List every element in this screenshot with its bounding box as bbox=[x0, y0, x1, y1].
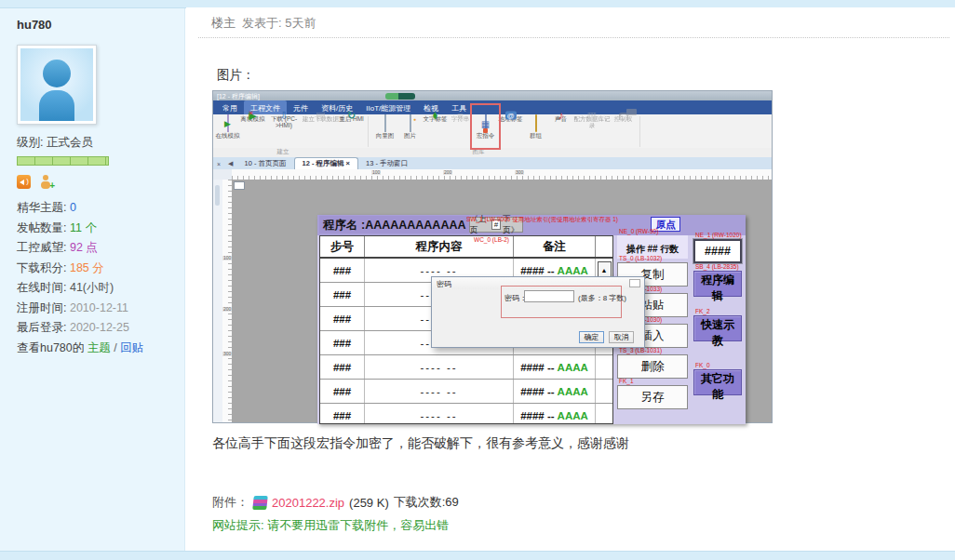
step-cell: ### bbox=[320, 283, 365, 306]
content-cell: ---- -- bbox=[365, 404, 514, 424]
step-cell: ### bbox=[320, 331, 365, 354]
hmi-action-button-face: 删除 bbox=[617, 354, 688, 379]
tabstrip-close-icon: × bbox=[213, 161, 224, 169]
table-row: ### ---- -- #### --AAAA ▲ bbox=[320, 355, 612, 380]
ruler-number: 100 bbox=[371, 170, 381, 175]
stat-label: 注册时间: bbox=[17, 301, 66, 314]
stat-value: 2010-12-11 bbox=[70, 301, 128, 314]
numeric-display: NE_1 (RW-1020) #### bbox=[693, 232, 742, 263]
ruler-number: 200 bbox=[222, 307, 232, 312]
vector-icon bbox=[384, 114, 386, 132]
attached-screenshot-image[interactable]: [12 - 程序编辑] 常用工程文件元件资料/历史IIoT/能源管理检视工具 在… bbox=[212, 90, 773, 423]
hmi-function-button-face: 程序编辑 bbox=[693, 271, 742, 297]
stat-label: 发帖数量: bbox=[17, 221, 66, 234]
hmi-function-button-face: 快速示教 bbox=[693, 315, 742, 341]
toolbar-button-label: 群组 bbox=[523, 132, 548, 139]
step-cell: ### bbox=[320, 355, 365, 379]
step-cell: ### bbox=[320, 307, 365, 330]
hmi-action-button-face: 另存 bbox=[617, 385, 688, 409]
member-level: 级别: 正式会员 bbox=[17, 135, 184, 151]
forum-post-page: hu780 级别: 正式会员 精华主题: 0 发帖数量: 11 个 工控威望: … bbox=[0, 0, 955, 560]
image-label: 图片： bbox=[217, 67, 255, 84]
address-tag-label: WC_0 (LB-2) bbox=[474, 236, 509, 243]
password-hint: (最多：8 字数) bbox=[578, 293, 626, 303]
ribbon-tab: 常用 bbox=[216, 100, 244, 114]
hmi-action-button: FK_1 另存 bbox=[617, 378, 688, 409]
toolbar-button: 字符串 bbox=[448, 115, 473, 139]
speaker-icon[interactable] bbox=[17, 175, 31, 189]
stat-label: 精华主题: bbox=[17, 201, 66, 214]
note-cell: #### --AAAA bbox=[514, 404, 596, 424]
table-row: ### ---- -- #### --AAAA ▲ bbox=[320, 404, 612, 424]
toolbar-button: 声音 bbox=[548, 115, 573, 139]
toolbar-button-label: 向量图 bbox=[372, 132, 397, 139]
arrow-cell: ▲ bbox=[596, 355, 612, 379]
note-value: #### -- bbox=[520, 362, 554, 373]
dialog-title: 密码 bbox=[437, 279, 451, 289]
toolbar-button: 重启 HMI bbox=[339, 115, 364, 139]
ruler-number: 100 bbox=[222, 256, 232, 260]
avatar-person-icon bbox=[20, 48, 93, 121]
tabstrip-prev-icon: ◀ bbox=[224, 160, 236, 169]
toolbar-button: 控制权 bbox=[611, 115, 636, 139]
toolbar-button: 配方数据库记录 bbox=[573, 115, 611, 139]
table-header-cell: 步号 bbox=[320, 236, 365, 257]
address-tag-label: FK_2 bbox=[695, 308, 710, 314]
attachment-link[interactable]: 20201222.zip bbox=[272, 496, 344, 510]
toolbar-separator bbox=[639, 116, 640, 147]
table-header-cell: 备注 bbox=[514, 236, 596, 257]
stat-value: 92 点 bbox=[70, 241, 98, 254]
link-separator: / bbox=[114, 341, 116, 354]
post-header: 楼主发表于: 5天前 bbox=[211, 15, 316, 32]
toolbar-button: 向量图 bbox=[372, 115, 397, 139]
arrow-cell: ▲ bbox=[596, 404, 612, 424]
stat-row: 最后登录: 2020-12-25 bbox=[17, 318, 184, 339]
toolbar-button: 图片 bbox=[397, 115, 423, 139]
note-value: #### -- bbox=[520, 386, 554, 397]
address-tag-label: TS_3 (LB-1031) bbox=[619, 347, 662, 353]
topics-link[interactable]: 主题 bbox=[87, 341, 111, 354]
program-name-value: AAAAAAAAAAAA bbox=[365, 219, 465, 232]
step-cell: ### bbox=[320, 259, 365, 282]
note-tag: AAAA bbox=[558, 386, 588, 397]
posted-time: 发表于: 5天前 bbox=[242, 16, 316, 30]
toolbar-button: 建立下载数据 bbox=[303, 115, 339, 139]
address-tag-label: FK_1 bbox=[619, 378, 634, 384]
username: hu780 bbox=[17, 18, 184, 32]
program-name-field: 程序名 :AAAAAAAAAAAA bbox=[319, 216, 469, 233]
stat-value: 0 bbox=[70, 201, 76, 214]
picture-icon bbox=[410, 114, 411, 132]
toolbar-button: 文字标签 bbox=[423, 115, 448, 139]
simulate-online-icon bbox=[227, 114, 229, 132]
post-body-text: 各位高手下面这段宏指令加密了，能否破解下，很有参考意义，感谢感谢 bbox=[212, 435, 629, 452]
stat-label: 在线时间: bbox=[17, 281, 66, 294]
add-friend-icon[interactable] bbox=[39, 175, 54, 189]
step-cell: ### bbox=[320, 404, 365, 424]
ruler-number: 300 bbox=[515, 170, 524, 175]
note-value: #### -- bbox=[520, 265, 554, 276]
stat-value: 2020-12-25 bbox=[70, 321, 129, 334]
address-tag-label: TS_0 (LB-1032) bbox=[619, 255, 662, 261]
level-progress-bar bbox=[17, 156, 109, 166]
macro-icon bbox=[485, 114, 487, 132]
table-row: ### ---- -- #### --AAAA ▲ bbox=[320, 380, 612, 404]
toolbar-button: 地址标签 bbox=[498, 115, 523, 139]
program-name-label: 程序名 : bbox=[323, 219, 365, 232]
bottom-strip bbox=[0, 551, 955, 560]
hmi-function-button-face: 其它功能 bbox=[693, 369, 742, 395]
group-icon bbox=[535, 114, 537, 132]
ok-button: 确定 bbox=[579, 331, 604, 343]
stat-row: 下载积分: 185 分 bbox=[17, 259, 184, 279]
address-tag-label: NE_0 (RW-90) bbox=[619, 228, 658, 234]
editor-titlebar: [12 - 程序编辑] bbox=[213, 91, 772, 100]
ruler-number: 300 bbox=[222, 352, 232, 356]
replies-link[interactable]: 回贴 bbox=[120, 341, 143, 354]
document-tab: 13 - 手动窗口 bbox=[358, 158, 415, 169]
user-stats: 精华主题: 0 发帖数量: 11 个 工控威望: 92 点 下载积分: 185 … bbox=[17, 198, 184, 339]
attachment-label: 附件： bbox=[212, 494, 249, 511]
step-cell: ### bbox=[320, 380, 365, 403]
document-tab: 10 - 首页页面 bbox=[236, 158, 293, 169]
note-tag: AAAA bbox=[558, 265, 588, 276]
toolbar-button: 在线模拟 bbox=[215, 115, 240, 139]
stat-value: 41(小时) bbox=[70, 281, 114, 294]
